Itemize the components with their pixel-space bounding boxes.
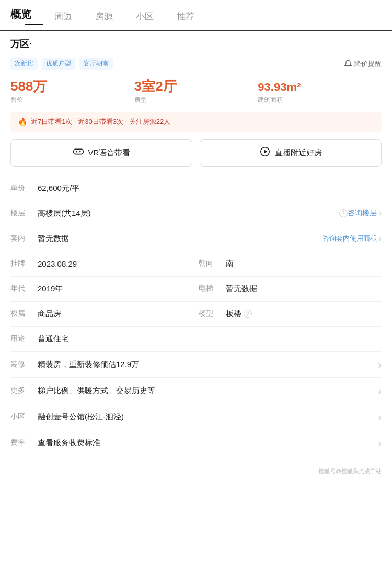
nav-overview[interactable]: 概览 [10,7,43,21]
price-alert-button[interactable]: 降价提醒 [344,59,382,68]
detail-fee[interactable]: 费率 查看服务收费标准 › [10,430,382,456]
label-building-type: 楼型 [199,309,217,318]
inner-right: 咨询套内使用面积 › [322,234,382,243]
svg-rect-1 [73,149,83,154]
detail-renovation[interactable]: 装修 精装房，重新装修预估12.9万 › [10,352,382,378]
price-alert-label: 降价提醒 [354,59,382,68]
floor-help-icon[interactable]: ? [339,209,348,217]
page-header: 万区· [0,31,392,53]
top-navigation: 概览 周边 房源 小区 推荐 [0,0,392,31]
fire-icon: 🔥 [18,117,28,127]
label-direction: 朝向 [199,259,217,268]
detail-usage: 用途 普通住宅 [10,327,382,352]
nav-recommend[interactable]: 推荐 [165,10,206,22]
label-unit-price: 单价 [10,184,29,193]
label-usage: 用途 [10,334,29,344]
more-chevron: › [378,385,382,397]
value-elevator: 暂无数据 [226,284,257,294]
value-year: 2019年 [38,284,63,294]
detail-listing-direction: 挂牌 2023.08.29 朝向 南 [10,251,382,277]
value-more: 梯户比例、供暖方式、交易历史等 [38,386,378,396]
metric-rooms: 3室2厅 房型 [134,79,258,105]
vr-icon [73,146,84,160]
detail-community[interactable]: 小区 融创壹号公馆(松江-泗泾) › [10,404,382,430]
detail-more[interactable]: 更多 梯户比例、供暖方式、交易历史等 › [10,378,382,404]
value-fee: 查看服务收费标准 [38,438,378,448]
label-community: 小区 [10,412,29,421]
value-usage: 普通住宅 [38,334,382,344]
renovation-chevron: › [378,359,382,371]
metric-area-value: 93.93m² [258,81,382,94]
label-listing: 挂牌 [10,259,29,268]
label-renovation: 装修 [10,360,29,369]
label-ownership: 权属 [10,309,29,318]
footer: 搜狐号@搜狐焦点成宁站 [0,459,392,484]
metrics-row: 588万 售价 3室2厅 房型 93.93m² 建筑面积 [0,74,392,112]
metric-price-label: 售价 [10,96,134,105]
floor-chevron: › [379,209,382,218]
detail-inner: 套内 暂无数据 咨询套内使用面积 › [10,226,382,251]
inner-chevron: › [379,234,382,243]
value-unit-price: 62,600元/平 [38,184,382,193]
tag-2: 客厅朝南 [79,58,113,70]
svg-point-2 [76,151,77,152]
detail-unit-price: 单价 62,600元/平 [10,176,382,201]
svg-point-3 [79,151,80,152]
value-floor: 高楼层(共14层) [38,209,337,219]
value-building-type: 板楼 [226,309,241,319]
nav-listings[interactable]: 房源 [84,10,124,22]
label-elevator: 电梯 [199,284,217,293]
action-buttons: VR语音带看 直播附近好房 [10,139,382,167]
label-more: 更多 [10,386,29,395]
live-icon [259,146,271,160]
live-label: 直播附近好房 [275,148,322,158]
metric-price-value: 588万 [10,79,134,94]
tag-0: 次新房 [10,58,38,70]
bell-icon [344,60,352,68]
nav-nearby[interactable]: 周边 [43,10,84,22]
activity-bar: 🔥 近7日带看1次 · 近30日带看3次 · 关注房源22人 [10,112,382,132]
label-floor: 楼层 [10,209,29,218]
detail-year-elevator: 年代 2019年 电梯 暂无数据 [10,277,382,302]
page-title: 万区· [10,39,32,49]
value-community: 融创壹号公馆(松江-泗泾) [38,412,378,422]
vr-button[interactable]: VR语音带看 [10,139,192,167]
svg-marker-5 [264,150,267,153]
metric-price: 588万 售价 [10,79,134,105]
label-fee: 费率 [10,438,29,448]
footer-text: 搜狐号@搜狐焦点成宁站 [318,468,382,474]
fee-chevron: › [378,437,382,449]
nav-community[interactable]: 小区 [124,10,165,22]
floor-right: 咨询楼层 › [348,209,382,218]
activity-text: 近7日带看1次 · 近30日带看3次 · 关注房源22人 [31,117,170,127]
building-type-help-icon[interactable]: ? [244,310,252,318]
label-inner: 套内 [10,234,29,243]
label-year: 年代 [10,284,29,293]
metric-rooms-value: 3室2厅 [134,79,258,94]
metric-area-label: 建筑面积 [258,96,382,105]
detail-ownership-type: 权属 商品房 楼型 板楼 ? [10,302,382,327]
value-renovation: 精装房，重新装修预估12.9万 [38,360,378,370]
tags-row: 次新房 优质户型 客厅朝南 降价提醒 [0,53,392,74]
live-button[interactable]: 直播附近好房 [200,139,382,167]
detail-section: 单价 62,600元/平 楼层 高楼层(共14层) ? 咨询楼层 › 套内 暂无… [0,176,392,456]
metric-rooms-label: 房型 [134,96,258,105]
value-direction: 南 [226,259,234,269]
inner-consult-link[interactable]: 咨询套内使用面积 [322,234,377,243]
floor-consult-link[interactable]: 咨询楼层 [348,209,377,218]
svg-point-0 [348,60,348,61]
metric-area: 93.93m² 建筑面积 [258,81,382,104]
value-ownership: 商品房 [38,309,61,319]
tag-1: 优质户型 [42,58,75,70]
vr-label: VR语音带看 [88,148,131,158]
value-listing: 2023.08.29 [38,259,77,268]
value-inner: 暂无数据 [38,234,322,244]
community-chevron: › [378,411,382,423]
detail-floor: 楼层 高楼层(共14层) ? 咨询楼层 › [10,201,382,226]
